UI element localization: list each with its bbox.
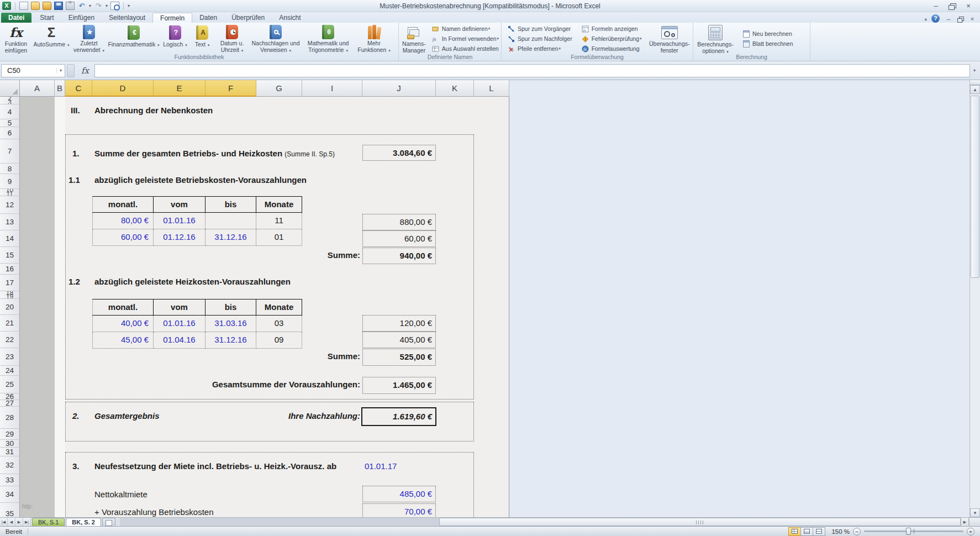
help-icon[interactable]: ? bbox=[931, 14, 940, 23]
zuletzt-verwendet-button[interactable]: ★ Zuletzt verwendet ▾ bbox=[71, 24, 107, 54]
table-cell[interactable]: 01.01.16 bbox=[154, 213, 206, 229]
row-header-15[interactable]: 15 bbox=[0, 247, 20, 264]
workbook-minimize-button[interactable]: – bbox=[944, 15, 953, 23]
table-cell[interactable]: 45,00 € bbox=[92, 332, 154, 349]
row-header-27[interactable]: 27 bbox=[0, 400, 20, 407]
row-header-23[interactable]: 23 bbox=[0, 348, 20, 366]
row-header-30[interactable]: 30 bbox=[0, 440, 20, 448]
table1-sum-value[interactable]: 940,00 € bbox=[362, 248, 436, 264]
nachschlagen-button[interactable]: Nachschlagen und Verweisen ▾ bbox=[250, 24, 302, 54]
datum-uhrzeit-button[interactable]: Datum u. Uhrzeit ▾ bbox=[214, 24, 250, 54]
row-header-14[interactable]: 14 bbox=[0, 230, 20, 247]
table-cell[interactable]: 60,00 € bbox=[92, 229, 154, 246]
next-sheet-icon[interactable]: ▶ bbox=[15, 518, 23, 526]
row-header-32[interactable]: 32 bbox=[0, 456, 20, 474]
tab-ueberpruefen[interactable]: Überprüfen bbox=[224, 13, 272, 23]
table-header-cell[interactable]: vom bbox=[154, 299, 206, 316]
funktion-einfuegen-button[interactable]: fx Funktion einfügen bbox=[0, 24, 32, 54]
nettokaltmiete-label[interactable]: Nettokaltmiete bbox=[94, 490, 147, 499]
pos1-1-label[interactable]: abzüglich geleistete Betriebskosten-Vora… bbox=[94, 175, 307, 185]
gesamtsumme-value[interactable]: 1.465,00 € bbox=[362, 377, 436, 394]
insert-function-icon[interactable]: fx bbox=[81, 66, 89, 76]
nachzahlung-value[interactable]: 1.619,60 € bbox=[361, 407, 436, 426]
table-header-cell[interactable]: bis bbox=[206, 196, 256, 213]
pos2-label[interactable]: Gesamtergebnis bbox=[94, 411, 160, 421]
table2-value-2[interactable]: 405,00 € bbox=[362, 332, 436, 348]
table2-sum-label[interactable]: Summe: bbox=[287, 351, 360, 361]
tab-formeln[interactable]: Formeln bbox=[152, 13, 192, 23]
workbook-restore-button[interactable] bbox=[957, 17, 963, 22]
sheet-tab-bk-s1[interactable]: BK, S.1 bbox=[32, 518, 65, 526]
collapse-ribbon-icon[interactable]: ▴ bbox=[924, 16, 927, 22]
table-header-cell[interactable]: vom bbox=[154, 196, 206, 213]
grid-area[interactable]: 2345678910111213141516171819202122232425… bbox=[0, 97, 509, 517]
spur-zum-nachfolger-button[interactable]: Spur zum Nachfolger bbox=[505, 34, 575, 44]
row-header-29[interactable]: 29 bbox=[0, 429, 20, 440]
zoom-out-icon[interactable]: − bbox=[853, 528, 861, 535]
undo-dropdown-icon[interactable]: ▾ bbox=[89, 3, 91, 8]
in-formel-verwenden-button[interactable]: fx In Formel verwenden▾ bbox=[429, 34, 501, 44]
close-button[interactable]: × bbox=[963, 1, 973, 11]
column-header-L[interactable]: L bbox=[474, 80, 509, 97]
table-cell[interactable]: 31.12.16 bbox=[206, 332, 256, 349]
table1-value-1[interactable]: 880,00 € bbox=[362, 214, 436, 230]
zoom-slider[interactable] bbox=[864, 530, 963, 532]
aus-auswahl-erstellen-button[interactable]: Aus Auswahl erstellen bbox=[429, 44, 501, 54]
undo-icon[interactable]: ↶ bbox=[77, 2, 86, 10]
table-cell[interactable]: 11 bbox=[256, 213, 302, 229]
pos2-num[interactable]: 2. bbox=[72, 411, 80, 421]
table-cell[interactable]: 01.04.16 bbox=[154, 332, 206, 349]
spur-zum-vorgaenger-button[interactable]: Spur zum Vorgänger bbox=[505, 24, 575, 34]
row-header-12[interactable]: 12 bbox=[0, 196, 20, 214]
mathematik-button[interactable]: θ Mathematik und Trigonometrie ▾ bbox=[302, 24, 355, 54]
table-header-cell[interactable]: Monate bbox=[256, 299, 302, 316]
row-header-4[interactable]: 4 bbox=[0, 104, 20, 119]
row-header-33[interactable]: 33 bbox=[0, 474, 20, 486]
table-cell[interactable]: 01 bbox=[256, 229, 302, 246]
select-all-corner[interactable] bbox=[0, 80, 20, 97]
blatt-berechnen-button[interactable]: Blatt berechnen bbox=[740, 39, 795, 49]
pos1-num[interactable]: 1. bbox=[72, 149, 80, 158]
table-cell[interactable]: 01.01.16 bbox=[154, 316, 206, 332]
resize-corner[interactable] bbox=[969, 518, 980, 526]
row-header-13[interactable]: 13 bbox=[0, 214, 20, 230]
qat-customize-dropdown-icon[interactable]: ▾ bbox=[128, 3, 130, 8]
pos1-value[interactable]: 3.084,60 € bbox=[362, 145, 436, 161]
tab-einfuegen[interactable]: Einfügen bbox=[61, 13, 102, 23]
tab-datei[interactable]: Datei bbox=[1, 13, 31, 23]
column-header-G[interactable]: G bbox=[256, 80, 302, 97]
row-header-22[interactable]: 22 bbox=[0, 332, 20, 348]
table-header-cell[interactable]: monatl. bbox=[92, 196, 154, 213]
autosumme-button[interactable]: Σ AutoSumme ▾ bbox=[32, 24, 71, 54]
column-header-A[interactable]: A bbox=[20, 80, 55, 97]
page-layout-view-button[interactable] bbox=[800, 527, 813, 536]
tab-ansicht[interactable]: Ansicht bbox=[272, 13, 308, 23]
tab-start[interactable]: Start bbox=[33, 13, 61, 23]
ueberwachungsfenster-button[interactable]: Überwachungs-fenster bbox=[646, 24, 693, 54]
pos1-1-num[interactable]: 1.1 bbox=[69, 175, 80, 185]
fehlerueberpruefung-button[interactable]: ! Fehlerüberprüfung▾ bbox=[579, 34, 644, 44]
expand-formula-bar-icon[interactable]: ▾ bbox=[970, 68, 979, 73]
scroll-up-icon[interactable]: ▲ bbox=[970, 85, 980, 94]
table2-value-1[interactable]: 120,00 € bbox=[362, 315, 436, 332]
mehr-funktionen-button[interactable]: Mehr Funktionen ▾ bbox=[355, 24, 393, 54]
table-cell[interactable]: 01.12.16 bbox=[154, 229, 206, 246]
table-cell[interactable]: 03 bbox=[256, 316, 302, 332]
insert-worksheet-icon[interactable] bbox=[102, 518, 115, 526]
table-header-cell[interactable]: Monate bbox=[256, 196, 302, 213]
row-header-31[interactable]: 31 bbox=[0, 448, 20, 456]
open-folder-icon[interactable] bbox=[31, 2, 40, 10]
row-header-26[interactable]: 26 bbox=[0, 393, 20, 400]
table-cell[interactable]: 31.03.16 bbox=[206, 316, 256, 332]
page-break-view-button[interactable] bbox=[813, 527, 825, 536]
pos1-label[interactable]: Summe der gesamten Betriebs- und Heizkos… bbox=[94, 149, 282, 158]
pos3-num[interactable]: 3. bbox=[72, 461, 80, 471]
row-header-5[interactable]: 5 bbox=[0, 119, 20, 127]
table1-value-2[interactable]: 60,00 € bbox=[362, 230, 436, 247]
row-header-9[interactable]: 9 bbox=[0, 174, 20, 189]
table-cell[interactable]: 40,00 € bbox=[92, 316, 154, 332]
scrollbar-split-handle[interactable] bbox=[970, 80, 980, 85]
row-header-18-19[interactable]: 1819 bbox=[0, 291, 20, 299]
column-header-K[interactable]: K bbox=[436, 80, 474, 97]
nachzahlung-label[interactable]: Ihre Nachzahlung: bbox=[193, 411, 360, 421]
